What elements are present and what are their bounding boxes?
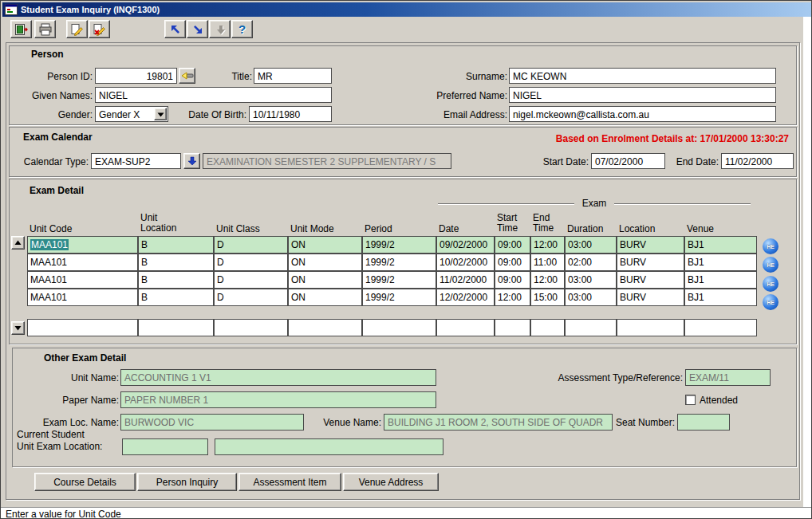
exam-cell-location[interactable] bbox=[617, 319, 684, 336]
person-id-field[interactable]: 19801 bbox=[95, 68, 177, 84]
gender-label: Gender: bbox=[49, 109, 93, 120]
exit-button[interactable] bbox=[10, 20, 32, 38]
exam-cell-date[interactable]: 09/02/2000 bbox=[436, 236, 495, 254]
exam-cell-venue[interactable]: BJ1 bbox=[684, 289, 757, 306]
enrolment-notice: Based on Enrolment Details at: 17/01/200… bbox=[443, 133, 789, 144]
exam-cell-start-time[interactable]: 09:00 bbox=[495, 236, 530, 254]
exam-loc-name-label: Exam Loc. Name: bbox=[7, 417, 119, 428]
exam-cell-end-time[interactable] bbox=[530, 319, 565, 336]
help-button[interactable]: ? bbox=[231, 20, 253, 38]
he-link-icon[interactable]: HE bbox=[763, 294, 778, 310]
column-header-location: Location bbox=[619, 224, 655, 234]
exam-cell-unit-location[interactable] bbox=[138, 319, 214, 336]
assessment-type-field: EXAM/11 bbox=[685, 369, 771, 386]
exam-cell-duration[interactable]: 02:00 bbox=[565, 254, 617, 271]
exam-cell-location[interactable]: BURV bbox=[617, 271, 684, 289]
calendar-type-field[interactable]: EXAM-SUP2 bbox=[91, 153, 181, 169]
exam-cell-venue[interactable]: BJ1 bbox=[684, 254, 757, 271]
exam-cell-unit-code[interactable]: MAA101 bbox=[27, 289, 138, 306]
exam-cell-unit-mode[interactable]: ON bbox=[288, 236, 362, 254]
exam-cell-unit-location[interactable]: B bbox=[138, 236, 214, 254]
exam-cell-unit-mode[interactable]: ON bbox=[288, 289, 362, 306]
exam-cell-duration[interactable]: 03:00 bbox=[565, 271, 617, 289]
previous-block-button[interactable] bbox=[164, 20, 186, 38]
exam-cell-unit-code[interactable] bbox=[27, 319, 138, 336]
exam-cell-unit-class[interactable]: D bbox=[214, 289, 288, 306]
exam-cell-end-time[interactable]: 12:00 bbox=[530, 236, 565, 254]
exam-cell-start-time[interactable]: 09:00 bbox=[495, 271, 530, 289]
exam-loc-name-field: BURWOOD VIC bbox=[120, 414, 304, 431]
end-date-field[interactable]: 11/02/2000 bbox=[721, 153, 794, 169]
course-details-button[interactable]: Course Details bbox=[34, 473, 136, 491]
exam-cell-unit-class[interactable]: D bbox=[214, 254, 288, 271]
attended-checkbox[interactable] bbox=[685, 395, 696, 405]
exam-cell-unit-mode[interactable] bbox=[288, 319, 362, 336]
surname-field[interactable]: MC KEOWN bbox=[509, 68, 776, 84]
exam-cell-unit-location[interactable]: B bbox=[138, 289, 214, 306]
gender-dropdown-button[interactable] bbox=[154, 108, 167, 120]
person-section-title: Person bbox=[31, 49, 64, 60]
exam-cell-location[interactable]: BURV bbox=[617, 236, 684, 254]
exam-cell-start-time[interactable]: 09:00 bbox=[495, 254, 530, 271]
end-date-label: End Date: bbox=[671, 156, 719, 167]
exam-cell-unit-location[interactable]: B bbox=[138, 254, 214, 271]
exam-cell-unit-class[interactable]: D bbox=[214, 236, 288, 254]
chevron-down-icon bbox=[157, 111, 164, 118]
person-id-lov-button[interactable] bbox=[179, 68, 195, 84]
right-margin bbox=[803, 17, 811, 519]
scroll-up-button[interactable] bbox=[11, 236, 25, 250]
he-link-icon[interactable]: HE bbox=[763, 276, 778, 292]
exam-cell-location[interactable]: BURV bbox=[617, 289, 684, 306]
exam-cell-start-time[interactable]: 12:00 bbox=[495, 289, 530, 306]
date-of-birth-field[interactable]: 10/11/1980 bbox=[249, 106, 332, 122]
exam-cell-date[interactable]: 12/02/2000 bbox=[436, 289, 495, 306]
cancel-query-button[interactable] bbox=[89, 20, 110, 38]
gender-select[interactable]: Gender X bbox=[95, 106, 168, 122]
exam-cell-start-time[interactable] bbox=[495, 319, 530, 336]
exam-cell-date[interactable]: 11/02/2000 bbox=[436, 271, 495, 289]
exam-cell-duration[interactable] bbox=[565, 319, 617, 336]
exam-cell-unit-code[interactable]: MAA101 bbox=[27, 271, 138, 289]
exam-cell-period[interactable]: 1999/2 bbox=[362, 236, 436, 254]
venue-address-button[interactable]: Venue Address bbox=[343, 473, 439, 491]
scroll-down-button[interactable] bbox=[11, 321, 25, 335]
exam-cell-end-time[interactable]: 12:00 bbox=[530, 271, 565, 289]
exam-cell-unit-mode[interactable]: ON bbox=[288, 271, 362, 289]
exam-cell-period[interactable] bbox=[362, 319, 436, 336]
start-date-field[interactable]: 07/02/2000 bbox=[591, 153, 665, 169]
he-link-icon[interactable]: HE bbox=[763, 238, 778, 254]
exam-cell-unit-code[interactable]: MAA101 bbox=[27, 254, 138, 271]
exam-cell-date[interactable]: 10/02/2000 bbox=[436, 254, 495, 271]
column-header-start-time: Start Time bbox=[497, 213, 518, 234]
exam-cell-duration[interactable]: 03:00 bbox=[565, 236, 617, 254]
person-inquiry-button[interactable]: Person Inquiry bbox=[137, 473, 237, 491]
exam-cell-unit-class[interactable]: D bbox=[214, 271, 288, 289]
title-field[interactable]: MR bbox=[254, 68, 332, 84]
next-block-button[interactable] bbox=[187, 20, 208, 38]
column-header-unit-location: Unit Location bbox=[140, 213, 176, 234]
exam-cell-period[interactable]: 1999/2 bbox=[362, 254, 436, 271]
exam-cell-location[interactable]: BURV bbox=[617, 254, 684, 271]
assessment-item-button[interactable]: Assessment Item bbox=[238, 473, 341, 491]
enter-query-button[interactable] bbox=[66, 20, 88, 38]
exam-cell-period[interactable]: 1999/2 bbox=[362, 271, 436, 289]
down-arrow-button[interactable] bbox=[209, 20, 231, 38]
exam-cell-duration[interactable]: 03:00 bbox=[565, 289, 617, 306]
email-address-field[interactable]: nigel.mckeown@callista.com.au bbox=[509, 106, 776, 122]
print-button[interactable] bbox=[34, 20, 56, 38]
exam-cell-venue[interactable]: BJ1 bbox=[684, 236, 757, 254]
given-names-field[interactable]: NIGEL bbox=[95, 87, 332, 103]
exam-cell-period[interactable]: 1999/2 bbox=[362, 289, 436, 306]
exam-cell-unit-location[interactable]: B bbox=[138, 271, 214, 289]
preferred-name-field[interactable]: NIGEL bbox=[509, 87, 776, 103]
exam-cell-venue[interactable]: BJ1 bbox=[684, 271, 757, 289]
he-link-icon[interactable]: HE bbox=[763, 257, 778, 273]
exam-cell-end-time[interactable]: 15:00 bbox=[530, 289, 565, 306]
exam-cell-end-time[interactable]: 11:00 bbox=[530, 254, 565, 271]
exam-cell-date[interactable] bbox=[436, 319, 495, 336]
exam-cell-unit-mode[interactable]: ON bbox=[288, 254, 362, 271]
exam-cell-unit-class[interactable] bbox=[214, 319, 288, 336]
exam-cell-unit-code[interactable]: MAA101 bbox=[27, 236, 138, 254]
exam-cell-venue[interactable] bbox=[684, 319, 757, 336]
calendar-lov-button[interactable] bbox=[183, 153, 200, 169]
